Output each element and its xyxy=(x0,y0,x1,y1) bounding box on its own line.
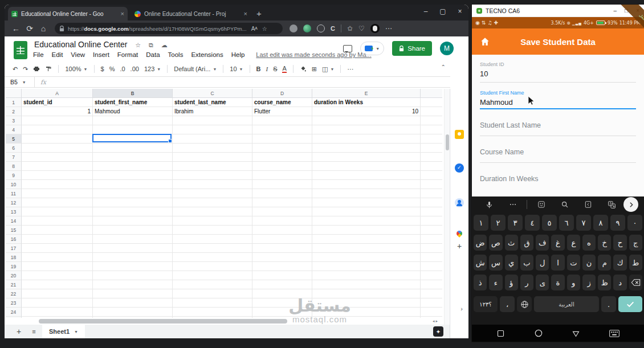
cell-F23[interactable] xyxy=(421,298,442,308)
key-ء[interactable]: ء xyxy=(489,275,502,290)
cell-D7[interactable] xyxy=(252,153,312,162)
add-sheet-button[interactable]: + xyxy=(13,327,25,336)
row-header-12[interactable]: 12 xyxy=(6,198,22,207)
collapse-toolbar-icon[interactable]: ⌃ xyxy=(441,64,446,70)
cell-F20[interactable] xyxy=(421,271,442,280)
cell-A23[interactable] xyxy=(22,298,93,308)
key-ي[interactable]: ي xyxy=(505,255,518,271)
row-header-8[interactable]: 8 xyxy=(6,162,22,171)
zoom-select-button[interactable]: 100%▼ xyxy=(65,65,87,72)
cell-D5[interactable] xyxy=(252,134,312,144)
cell-F2[interactable] xyxy=(421,107,442,116)
key-ب[interactable]: ب xyxy=(520,255,533,271)
row-header-22[interactable]: 22 xyxy=(6,289,22,298)
mic-icon[interactable] xyxy=(478,200,501,209)
tasks-panel-icon[interactable] xyxy=(455,163,464,173)
key-،[interactable]: ، xyxy=(500,296,515,312)
cell-E19[interactable] xyxy=(312,262,421,271)
cell-C5[interactable] xyxy=(173,134,252,144)
redo-button[interactable]: ↷ xyxy=(23,65,28,73)
cell-A8[interactable] xyxy=(22,162,93,171)
key-د[interactable]: د xyxy=(613,275,626,290)
cell-D18[interactable] xyxy=(252,253,312,262)
cell-B7[interactable] xyxy=(93,153,173,162)
row-header-14[interactable]: 14 xyxy=(6,216,22,226)
cell-A11[interactable] xyxy=(22,189,93,198)
cell-A19[interactable] xyxy=(22,262,93,271)
cell-A4[interactable] xyxy=(22,125,93,134)
horizontal-scrollbar[interactable]: ◂▸ xyxy=(6,318,442,325)
cell-D17[interactable] xyxy=(252,244,312,253)
cell-B12[interactable] xyxy=(93,198,173,207)
user-avatar[interactable]: M xyxy=(440,42,454,55)
key-٥[interactable]: ٥ xyxy=(542,215,557,231)
cell-C12[interactable] xyxy=(173,198,252,207)
percent-button[interactable]: % xyxy=(109,65,115,72)
row-header-6[interactable]: 6 xyxy=(6,144,22,153)
cell-E3[interactable] xyxy=(312,116,421,125)
key-ط[interactable]: ط xyxy=(629,255,642,271)
cell-A21[interactable] xyxy=(22,280,93,289)
row-header-1[interactable]: 1 xyxy=(6,98,22,107)
share-button[interactable]: Share xyxy=(392,41,432,56)
cell-B22[interactable] xyxy=(93,289,173,298)
cell-B21[interactable] xyxy=(93,280,173,289)
row-header-3[interactable]: 3 xyxy=(6,116,22,125)
field-value-1[interactable]: 10 xyxy=(480,69,488,78)
cell-F13[interactable] xyxy=(421,207,442,216)
menu-view[interactable]: View xyxy=(71,51,85,58)
cell-D3[interactable] xyxy=(252,116,312,125)
row-header-5[interactable]: 5 xyxy=(6,134,22,144)
cell-C2[interactable]: Ibrahim xyxy=(173,107,252,116)
cell-C7[interactable] xyxy=(173,153,252,162)
cell-F6[interactable] xyxy=(421,144,442,153)
borders-button[interactable]: ⊞ xyxy=(312,65,317,73)
row-header-11[interactable]: 11 xyxy=(6,189,22,198)
field-hint-5[interactable]: Duration In Weeks xyxy=(480,175,539,183)
cell-C1[interactable]: student_last_name xyxy=(173,98,252,107)
key-م[interactable]: م xyxy=(598,255,611,271)
key-ل[interactable]: ل xyxy=(536,255,549,271)
row-header-20[interactable]: 20 xyxy=(6,271,22,280)
cell-A12[interactable] xyxy=(22,198,93,207)
strikethrough-button[interactable]: S xyxy=(273,65,277,72)
cell-A6[interactable] xyxy=(22,144,93,153)
fill-color-button[interactable] xyxy=(300,65,307,72)
key-٩[interactable]: ٩ xyxy=(610,215,625,231)
key-ز[interactable]: ز xyxy=(582,275,596,290)
browser-tab[interactable]: Educational Online Center - Goo× xyxy=(8,7,128,21)
cell-D22[interactable] xyxy=(252,289,312,298)
font-select-button[interactable]: Default (Ari...▼ xyxy=(174,65,217,72)
cell-D6[interactable] xyxy=(252,144,312,153)
extension-icon[interactable] xyxy=(303,24,311,32)
cell-E10[interactable] xyxy=(312,180,421,189)
cell-E6[interactable] xyxy=(312,144,421,153)
paint-format-button[interactable] xyxy=(45,65,52,72)
key-خ[interactable]: خ xyxy=(598,235,611,251)
keyboard-switch-nav-button[interactable] xyxy=(609,330,619,337)
column-header-A[interactable]: A xyxy=(22,89,93,98)
read-aloud-icon[interactable]: Aᴬ xyxy=(251,26,258,32)
cell-B10[interactable] xyxy=(93,180,173,189)
emoji-icon[interactable] xyxy=(529,200,553,208)
cell-E14[interactable] xyxy=(312,216,421,226)
key-backspace[interactable] xyxy=(629,275,642,290)
cell-E5[interactable] xyxy=(312,134,421,144)
key-٧[interactable]: ٧ xyxy=(576,215,591,231)
comment-history-icon[interactable] xyxy=(343,45,352,52)
menu-file[interactable]: File xyxy=(33,51,44,58)
key-٣[interactable]: ٣ xyxy=(508,215,523,231)
menu-tools[interactable]: Tools xyxy=(168,51,184,58)
onehand-icon[interactable] xyxy=(577,200,600,208)
row-header-16[interactable]: 16 xyxy=(6,235,22,244)
row-header-17[interactable]: 17 xyxy=(6,244,22,253)
cell-C4[interactable] xyxy=(173,125,252,134)
cell-C17[interactable] xyxy=(173,244,252,253)
cell-E4[interactable] xyxy=(312,125,421,134)
star-icon[interactable]: ☆ xyxy=(135,42,141,48)
row-header-15[interactable]: 15 xyxy=(6,226,22,235)
cell-E22[interactable] xyxy=(312,289,421,298)
vertical-scrollbar[interactable]: ▲ ▼ xyxy=(444,89,449,338)
new-tab-button[interactable]: + xyxy=(256,9,262,18)
cell-F17[interactable] xyxy=(421,244,442,253)
